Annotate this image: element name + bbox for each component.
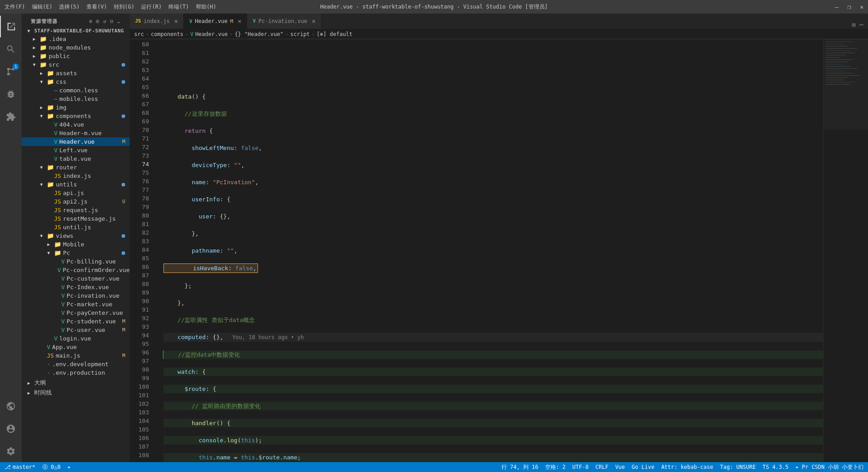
sidebar-item-pc-billing[interactable]: ▶ V Pc-billing.vue bbox=[22, 257, 130, 266]
sidebar-item-assets[interactable]: ▶ 📁 assets bbox=[22, 69, 130, 77]
sidebar-item-components[interactable]: ▼ 📁 components bbox=[22, 112, 130, 120]
status-errors[interactable]: ⓪ 0△0 bbox=[42, 463, 61, 471]
status-cursor[interactable]: 行 74, 列 16 bbox=[502, 463, 538, 471]
sidebar-item-pc-index[interactable]: ▶ V Pc-Index.vue bbox=[22, 283, 130, 291]
close-icon[interactable]: × bbox=[174, 18, 178, 25]
maximize-button[interactable]: ❐ bbox=[847, 4, 851, 10]
status-misc[interactable]: ✦ Pr CSDN 小胡 小变卜们 bbox=[796, 463, 863, 471]
more-actions-icon[interactable]: ⋯ bbox=[859, 20, 863, 29]
sidebar-header-icons[interactable]: ⊕ ⊞ ↺ ⊟ … bbox=[89, 18, 121, 24]
sidebar-item-table[interactable]: ▶ V table.vue bbox=[22, 154, 130, 163]
code-editor[interactable]: 6061626364 6566676869 70717273 74 757677… bbox=[130, 39, 868, 462]
code-content-area[interactable]: data() { //这里存放数据 return { showLeftMenu:… bbox=[154, 39, 823, 462]
breadcrumb-components[interactable]: components bbox=[151, 31, 183, 37]
close-icon[interactable]: × bbox=[312, 18, 315, 25]
sidebar-item-views[interactable]: ▼ 📁 views bbox=[22, 231, 130, 240]
split-editor-icon[interactable]: ⊞ bbox=[852, 21, 855, 28]
sidebar-item-api[interactable]: ▶ JS api.js bbox=[22, 189, 130, 197]
sidebar-item-login[interactable]: ▶ V login.vue bbox=[22, 334, 130, 343]
tab-index-js[interactable]: JS index.js × bbox=[130, 14, 184, 29]
breadcrumb-object[interactable]: {} "Header.vue" bbox=[235, 31, 283, 37]
activity-extensions[interactable] bbox=[0, 106, 22, 127]
sidebar-item-src[interactable]: ▼ 📁 src bbox=[22, 60, 130, 69]
close-button[interactable]: ✕ bbox=[860, 4, 863, 10]
close-icon[interactable]: × bbox=[238, 18, 241, 25]
activity-settings[interactable] bbox=[0, 440, 22, 462]
activity-remote[interactable] bbox=[0, 395, 22, 417]
sidebar-item-mobile[interactable]: ▶ 📁 Mobile bbox=[22, 240, 130, 249]
sidebar-item-request[interactable]: ▶ JS request.js bbox=[22, 206, 130, 214]
status-sync[interactable]: ✦ bbox=[67, 464, 70, 470]
sidebar-item-header-vue[interactable]: ▶ V Header.vue M bbox=[22, 137, 130, 146]
activity-search[interactable] bbox=[0, 38, 22, 60]
sidebar-item-img[interactable]: ▶ 📁 img bbox=[22, 103, 130, 112]
minimize-button[interactable]: — bbox=[835, 4, 839, 10]
sidebar-item-root[interactable]: ▼ STAFF-WORKTABLE-OF-SHUWUTANG bbox=[22, 27, 130, 35]
new-file-icon[interactable]: ⊕ bbox=[89, 18, 93, 24]
status-git-branch[interactable]: ⎇ master* bbox=[5, 464, 36, 470]
sidebar-item-app[interactable]: ▶ V App.vue bbox=[22, 343, 130, 351]
menu-file[interactable]: 文件(F) bbox=[5, 3, 25, 11]
sidebar-item-untils[interactable]: ▼ 📁 untils bbox=[22, 180, 130, 189]
menu-run[interactable]: 运行(R) bbox=[141, 3, 162, 11]
code-content[interactable]: data() { //这里存放数据 return { showLeftMenu:… bbox=[159, 40, 823, 462]
sidebar-item-resetmessage[interactable]: ▶ JS resetMessage.js bbox=[22, 214, 130, 223]
breadcrumb-default[interactable]: [⊕] default bbox=[316, 31, 352, 37]
menu-help[interactable]: 帮助(H) bbox=[196, 3, 217, 11]
sidebar-item-404[interactable]: ▶ V 404.vue bbox=[22, 120, 130, 129]
status-encoding[interactable]: UTF-8 bbox=[572, 463, 588, 471]
status-live-server[interactable]: Go Live bbox=[632, 463, 655, 471]
menu-view[interactable]: 查看(V) bbox=[86, 3, 107, 11]
menu-goto[interactable]: 转到(G) bbox=[114, 3, 135, 11]
menu-terminal[interactable]: 终端(T) bbox=[168, 3, 189, 11]
minimap[interactable] bbox=[823, 39, 868, 462]
sidebar-item-pc[interactable]: ▼ 📁 Pc bbox=[22, 249, 130, 257]
activity-debug[interactable] bbox=[0, 83, 22, 105]
window-controls[interactable]: — ❐ ✕ bbox=[835, 4, 863, 10]
activity-explorer[interactable] bbox=[0, 16, 22, 37]
menu-select[interactable]: 选择(S) bbox=[59, 3, 80, 11]
sidebar-item-common-less[interactable]: ▶ — common.less bbox=[22, 86, 130, 95]
sidebar-item-router[interactable]: ▼ 📁 router bbox=[22, 163, 130, 172]
sidebar-section-outline[interactable]: ▶ 大纲 bbox=[22, 378, 130, 388]
sidebar-item-node-modules[interactable]: ▶ 📁 node_modules bbox=[22, 43, 130, 52]
more-actions-icon[interactable]: … bbox=[117, 18, 121, 24]
sidebar-item-router-index[interactable]: ▶ JS index.js bbox=[22, 172, 130, 180]
sidebar-item-header-m[interactable]: ▶ V Header-m.vue bbox=[22, 129, 130, 137]
sidebar-item-api2[interactable]: ▶ JS api2.js U bbox=[22, 197, 130, 206]
sidebar-item-css[interactable]: ▼ 📁 css bbox=[22, 77, 130, 86]
status-lineending[interactable]: CRLF bbox=[595, 463, 608, 471]
sidebar-item-pc-market[interactable]: ▶ V Pc-market.vue bbox=[22, 300, 130, 309]
sidebar-item-public[interactable]: ▶ 📁 public bbox=[22, 52, 130, 60]
activity-accounts[interactable] bbox=[0, 418, 22, 440]
status-attr[interactable]: Attr: kebab-case bbox=[661, 463, 714, 471]
sidebar-item-main-js[interactable]: ▶ JS main.js M bbox=[22, 351, 130, 360]
sidebar-item-until[interactable]: ▶ JS until.js bbox=[22, 223, 130, 231]
editor-actions[interactable]: ⊞ ⋯ bbox=[852, 20, 868, 29]
sidebar-item-pc-paycenter[interactable]: ▶ V Pc-payCenter.vue bbox=[22, 309, 130, 317]
breadcrumb-src[interactable]: src bbox=[134, 31, 144, 37]
refresh-icon[interactable]: ↺ bbox=[103, 18, 107, 24]
sidebar-item-mobile-less[interactable]: ▶ — mobile.less bbox=[22, 95, 130, 103]
activity-git[interactable]: 1 bbox=[0, 61, 22, 82]
status-language[interactable]: Vue bbox=[615, 463, 625, 471]
collapse-all-icon[interactable]: ⊟ bbox=[110, 18, 114, 24]
sidebar-item-left[interactable]: ▶ V Left.vue bbox=[22, 146, 130, 154]
sidebar-item-pc-confirmorder[interactable]: ▶ V Pc-confirmOrder.vue bbox=[22, 266, 130, 274]
sidebar-item-env-prod[interactable]: ▶ · .env.production bbox=[22, 368, 130, 377]
menu-edit[interactable]: 编辑(E) bbox=[32, 3, 53, 11]
tab-pc-invation[interactable]: V Pc-invation.vue × bbox=[247, 14, 321, 29]
sidebar-item-pc-customer[interactable]: ▶ V Pc-customer.vue bbox=[22, 274, 130, 283]
new-folder-icon[interactable]: ⊞ bbox=[96, 18, 100, 24]
menu-bar[interactable]: 文件(F) 编辑(E) 选择(S) 查看(V) 转到(G) 运行(R) 终端(T… bbox=[5, 3, 217, 11]
breadcrumb-filename[interactable]: Header.vue bbox=[195, 31, 228, 37]
sidebar-item-pc-student[interactable]: ▶ V Pc-student.vue M bbox=[22, 317, 130, 326]
sidebar-item-idea[interactable]: ▶ 📁 .idea bbox=[22, 35, 130, 43]
status-tag[interactable]: Tag: UNSURE bbox=[720, 463, 755, 471]
breadcrumb-script[interactable]: script bbox=[290, 31, 310, 37]
sidebar-section-timeline[interactable]: ▶ 时间线 bbox=[22, 388, 130, 398]
tab-header-vue[interactable]: V Header.vue M × bbox=[184, 14, 247, 29]
sidebar-item-pc-invation[interactable]: ▶ V Pc-invation.vue bbox=[22, 291, 130, 300]
sidebar-item-pc-user[interactable]: ▶ V Pc-user.vue M bbox=[22, 326, 130, 334]
sidebar-item-env-dev[interactable]: ▶ · .env.development bbox=[22, 360, 130, 368]
